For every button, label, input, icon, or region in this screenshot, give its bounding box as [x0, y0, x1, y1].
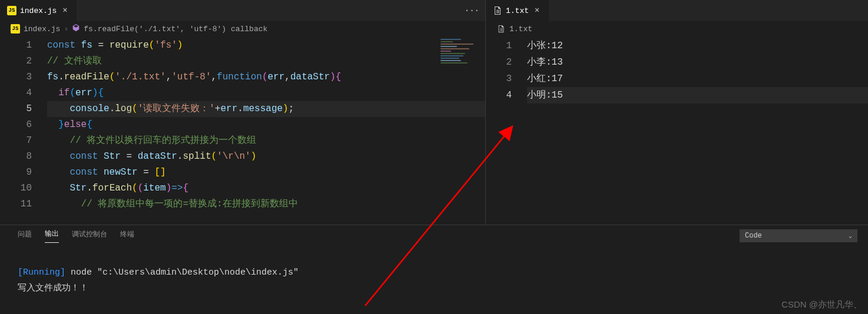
close-icon[interactable]: × [60, 6, 69, 15]
output-message: 写入文件成功！！ [18, 283, 88, 293]
watermark: CSDN @亦世凡华、 [781, 299, 862, 310]
ellipsis-icon: ··· [465, 6, 479, 15]
text-file-icon [493, 6, 502, 15]
javascript-file-icon: JS [11, 24, 20, 34]
chevron-right-icon: › [64, 25, 68, 34]
minimap[interactable] [440, 39, 482, 67]
tab-1-txt[interactable]: 1.txt × [486, 0, 549, 21]
output-channel-select[interactable]: Code ⌄ [740, 229, 857, 242]
tab-output[interactable]: 输出 [45, 229, 59, 243]
output-cmd: node "c:\Users\admin\Desktop\node\index.… [65, 268, 299, 278]
breadcrumb-file: 1.txt [509, 25, 532, 34]
close-icon[interactable]: × [532, 6, 542, 15]
breadcrumb[interactable]: JS index.js › fs.readFile('./1.txt', 'ut… [0, 21, 485, 36]
select-value: Code [745, 232, 762, 240]
left-tab-bar: JS index.js × ··· [0, 0, 485, 21]
tab-problems[interactable]: 问题 [18, 229, 32, 243]
output-body[interactable]: [Running] node "c:\Users\admin\Desktop\n… [0, 243, 868, 314]
tab-label: index.js [20, 6, 57, 15]
symbol-method-icon [72, 24, 80, 34]
breadcrumb-file: index.js [24, 25, 60, 34]
javascript-file-icon: JS [7, 6, 16, 15]
chevron-down-icon: ⌄ [849, 232, 852, 239]
breadcrumb[interactable]: 1.txt [486, 21, 868, 36]
tab-index-js[interactable]: JS index.js × [0, 0, 77, 21]
breadcrumb-symbol: fs.readFile('./1.txt', 'utf-8') callback [84, 25, 267, 34]
editor-more-actions[interactable]: ··· [465, 0, 485, 21]
panel-tabs: 问题 输出 调试控制台 终端 Code ⌄ [0, 225, 868, 243]
output-running: [Running] [18, 268, 65, 278]
right-tab-bar: 1.txt × [486, 0, 868, 21]
tab-label: 1.txt [506, 6, 529, 15]
tab-terminal[interactable]: 终端 [120, 229, 134, 243]
text-file-icon [496, 24, 506, 34]
tab-debug-console[interactable]: 调试控制台 [72, 229, 107, 243]
